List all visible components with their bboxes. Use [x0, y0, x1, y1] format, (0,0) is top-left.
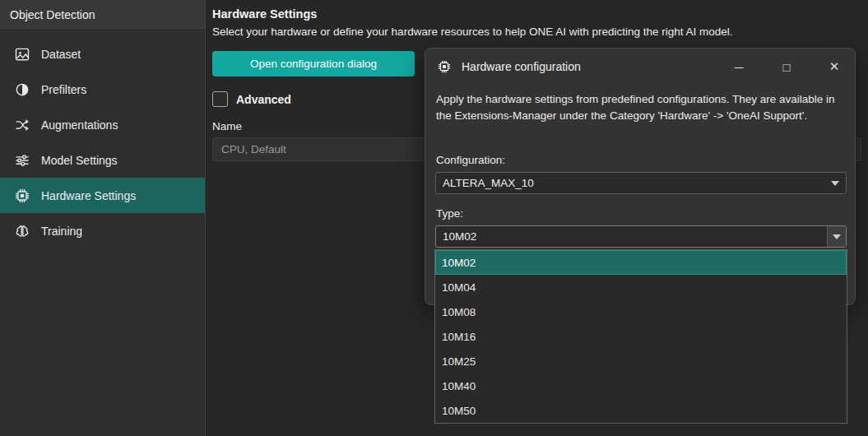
- chip-icon: [437, 59, 452, 74]
- dropdown-option[interactable]: 10M08: [435, 299, 847, 324]
- type-select[interactable]: 10M02: [435, 225, 847, 248]
- name-input-value: CPU, Default: [221, 143, 286, 155]
- sidebar-item-training[interactable]: Training: [0, 213, 205, 248]
- type-select-value: 10M02: [443, 230, 476, 243]
- dialog-titlebar[interactable]: Hardware configuration ─ □ ✕: [425, 49, 855, 85]
- lens-icon: [14, 81, 30, 98]
- dropdown-option[interactable]: 10M25: [435, 349, 847, 373]
- type-options-dropdown: 10M02 10M04 10M08 10M16 10M25 10M40 10M5…: [434, 249, 847, 424]
- page-subtitle: Select your hardware or define your hard…: [212, 26, 733, 38]
- chip-icon: [14, 188, 30, 204]
- dropdown-option[interactable]: 10M40: [435, 373, 847, 398]
- sidebar: Object Detection Dataset: [0, 0, 206, 436]
- type-select-arrow-button[interactable]: [827, 226, 846, 247]
- sidebar-item-prefilters[interactable]: Prefilters: [0, 72, 205, 107]
- maximize-button[interactable]: □: [777, 60, 796, 74]
- dropdown-option[interactable]: 10M16: [435, 324, 847, 349]
- brain-icon: [14, 223, 30, 239]
- dialog-title: Hardware configuration: [462, 60, 581, 73]
- configuration-select-value: ALTERA_MAX_10: [443, 177, 534, 189]
- sidebar-item-label: Augmentations: [41, 118, 118, 132]
- page-title: Hardware Settings: [212, 7, 317, 21]
- advanced-checkbox[interactable]: [212, 91, 228, 107]
- sidebar-item-label: Prefilters: [41, 83, 86, 96]
- configuration-label: Configuration:: [436, 154, 505, 166]
- app-window: Object Detection Dataset: [0, 0, 868, 436]
- open-configuration-dialog-button[interactable]: Open configuration dialog: [212, 51, 415, 77]
- sidebar-title: Object Detection: [0, 0, 205, 30]
- dropdown-option[interactable]: 10M02: [435, 250, 847, 275]
- chevron-down-icon: [833, 234, 841, 239]
- image-icon: [14, 46, 30, 63]
- dialog-description: Apply the hardware settings from predefi…: [436, 91, 846, 123]
- sidebar-item-dataset[interactable]: Dataset: [0, 36, 205, 72]
- chevron-down-icon: [831, 181, 839, 186]
- shuffle-icon: [14, 117, 30, 133]
- close-icon[interactable]: ✕: [825, 59, 843, 74]
- dialog-window-controls: ─ □ ✕: [730, 59, 843, 74]
- sidebar-item-label: Dataset: [41, 48, 81, 61]
- sidebar-item-label: Model Settings: [41, 154, 118, 167]
- sidebar-nav: Dataset Prefilters: [0, 36, 205, 248]
- sidebar-item-label: Training: [41, 225, 82, 238]
- sidebar-item-model-settings[interactable]: Model Settings: [0, 142, 205, 178]
- configuration-select[interactable]: ALTERA_MAX_10: [435, 172, 847, 194]
- sidebar-item-augmentations[interactable]: Augmentations: [0, 107, 205, 142]
- name-label: Name: [212, 120, 242, 132]
- dropdown-option[interactable]: 10M04: [435, 275, 847, 299]
- minimize-button[interactable]: ─: [730, 60, 748, 74]
- advanced-label: Advanced: [236, 93, 291, 106]
- sidebar-item-label: Hardware Settings: [41, 189, 136, 202]
- tune-icon: [14, 152, 30, 169]
- advanced-row: Advanced: [212, 91, 291, 107]
- sidebar-item-hardware-settings[interactable]: Hardware Settings: [0, 178, 205, 213]
- dropdown-option[interactable]: 10M50: [435, 398, 847, 423]
- type-label: Type:: [436, 207, 463, 220]
